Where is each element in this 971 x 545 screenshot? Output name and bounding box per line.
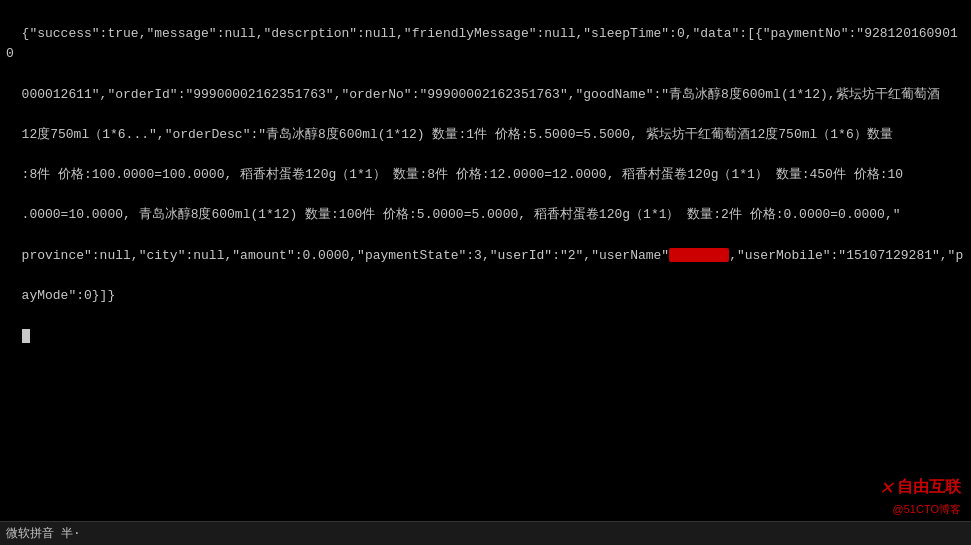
redacted-username bbox=[669, 248, 729, 262]
json-line-7: ayMode":0}]} bbox=[22, 288, 116, 303]
json-line-2: 000012611","orderId":"99900002162351763"… bbox=[22, 87, 940, 102]
terminal-output: {"success":true,"message":null,"descrpti… bbox=[0, 0, 971, 350]
status-bar: 微软拼音 半· bbox=[0, 521, 971, 545]
cursor-line bbox=[22, 328, 30, 343]
watermark-subtitle: @51CTO博客 bbox=[893, 502, 961, 517]
watermark-logo: ✕ 自由互联 bbox=[880, 474, 961, 501]
watermark-x-icon: ✕ bbox=[880, 474, 893, 501]
watermark-brand: 自由互联 bbox=[897, 477, 961, 498]
city-field: city bbox=[146, 248, 177, 263]
ime-status: 微软拼音 半· bbox=[6, 525, 80, 542]
json-line-6: province":null,"city":null,"amount":0.00… bbox=[22, 248, 964, 263]
json-line-3: 12度750ml（1*6...","orderDesc":"青岛冰醇8度600m… bbox=[22, 127, 893, 142]
amount-field: amount bbox=[240, 248, 287, 263]
json-line-4: :8件 价格:100.0000=100.0000, 稻香村蛋卷120g（1*1）… bbox=[22, 167, 904, 182]
json-line-5: .0000=10.0000, 青岛冰醇8度600ml(1*12) 数量:100件… bbox=[22, 207, 901, 222]
json-line-1: {"success":true,"message":null,"descrpti… bbox=[6, 26, 958, 61]
watermark: ✕ 自由互联 @51CTO博客 bbox=[880, 474, 961, 517]
terminal-cursor bbox=[22, 329, 30, 343]
